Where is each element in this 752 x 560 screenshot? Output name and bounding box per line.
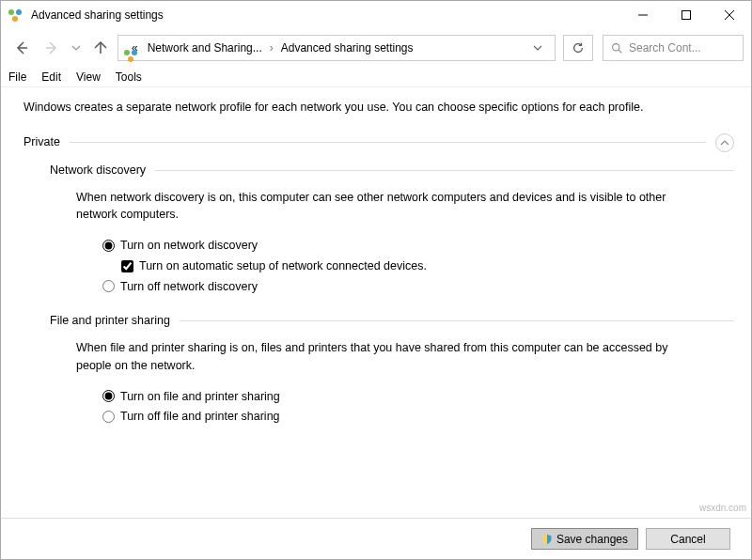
svg-rect-1 [682, 11, 691, 20]
radio-nd-off-label: Turn off network discovery [120, 278, 258, 296]
footer: Save changes Cancel [1, 518, 751, 559]
divider [70, 142, 706, 143]
address-bar[interactable]: « Network and Sharing... › Advanced shar… [118, 35, 556, 61]
radio-fps-on[interactable]: Turn on file and printer sharing [102, 388, 734, 406]
file-printer-label: File and printer sharing [50, 312, 170, 330]
window-controls [621, 1, 751, 29]
breadcrumb-item-parent[interactable]: Network and Sharing... [146, 39, 264, 56]
collapse-icon[interactable] [715, 133, 734, 152]
section-private-label: Private [24, 133, 60, 151]
menu-file[interactable]: File [8, 70, 26, 84]
menubar: File Edit View Tools [1, 67, 751, 87]
watermark: wsxdn.com [699, 503, 746, 513]
menu-view[interactable]: View [76, 70, 101, 84]
svg-line-8 [619, 50, 621, 53]
checkbox-auto-setup[interactable]: Turn on automatic setup of network conne… [121, 257, 734, 275]
app-icon [8, 8, 24, 23]
forward-button[interactable] [39, 35, 65, 61]
maximize-button[interactable] [665, 1, 708, 29]
recent-dropdown[interactable] [69, 35, 84, 61]
radio-fps-off[interactable]: Turn off file and printer sharing [102, 408, 734, 426]
cancel-label: Cancel [670, 533, 705, 546]
network-discovery-desc: When network discovery is on, this compu… [76, 189, 678, 225]
titlebar: Advanced sharing settings [1, 1, 751, 29]
chevron-right-icon: › [270, 41, 274, 54]
close-button[interactable] [708, 1, 751, 29]
save-changes-label: Save changes [556, 533, 628, 546]
breadcrumb-item-current[interactable]: Advanced sharing settings [279, 39, 415, 56]
minimize-button[interactable] [621, 1, 665, 29]
window-title: Advanced sharing settings [31, 8, 164, 22]
file-printer-header: File and printer sharing [50, 312, 734, 330]
back-button[interactable] [8, 35, 35, 61]
radio-nd-off-input[interactable] [102, 280, 115, 292]
search-placeholder: Search Cont... [629, 41, 701, 54]
section-private-header[interactable]: Private [24, 133, 734, 152]
radio-fps-on-input[interactable] [102, 390, 115, 402]
search-input[interactable]: Search Cont... [603, 35, 744, 61]
network-discovery-label: Network discovery [50, 162, 146, 179]
refresh-button[interactable] [563, 35, 593, 61]
cancel-button[interactable]: Cancel [646, 528, 730, 550]
radio-nd-on[interactable]: Turn on network discovery [102, 237, 734, 255]
window: Advanced sharing settings [0, 0, 752, 560]
up-button[interactable] [87, 35, 114, 61]
checkbox-auto-setup-input[interactable] [121, 260, 133, 272]
divider [155, 170, 734, 171]
menu-tools[interactable]: Tools [116, 70, 142, 84]
checkbox-auto-setup-label: Turn on automatic setup of network conne… [139, 257, 427, 275]
svg-point-7 [613, 43, 619, 50]
radio-nd-on-input[interactable] [102, 240, 115, 252]
divider [180, 320, 734, 321]
menu-edit[interactable]: Edit [41, 70, 61, 84]
radio-fps-off-label: Turn off file and printer sharing [120, 408, 280, 426]
shield-icon [541, 534, 553, 545]
radio-fps-on-label: Turn on file and printer sharing [120, 388, 280, 406]
file-printer-desc: When file and printer sharing is on, fil… [76, 339, 678, 375]
radio-fps-off-input[interactable] [102, 411, 115, 423]
search-icon [611, 42, 623, 54]
intro-text: Windows creates a separate network profi… [24, 99, 734, 117]
address-dropdown[interactable] [526, 36, 549, 60]
radio-nd-off[interactable]: Turn off network discovery [102, 278, 734, 296]
network-discovery-header: Network discovery [50, 162, 734, 179]
navbar: « Network and Sharing... › Advanced shar… [1, 29, 751, 67]
radio-nd-on-label: Turn on network discovery [120, 237, 258, 255]
save-changes-button[interactable]: Save changes [531, 528, 638, 550]
content-pane: Windows creates a separate network profi… [1, 87, 751, 518]
